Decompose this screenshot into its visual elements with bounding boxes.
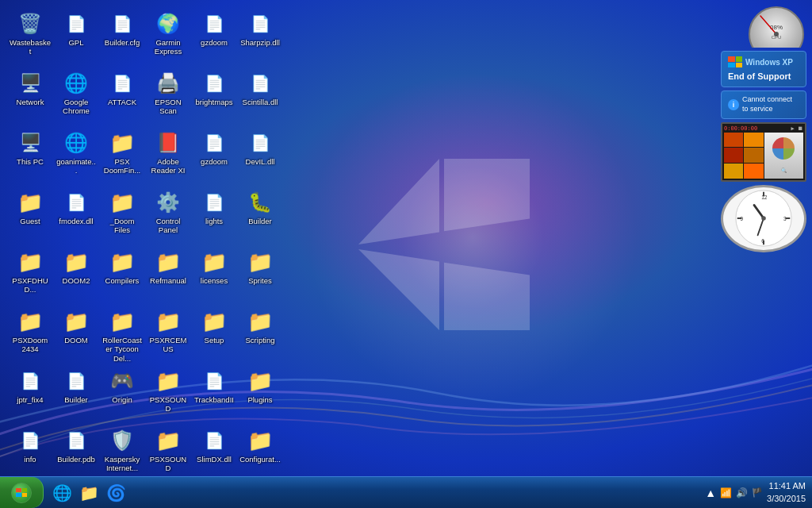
system-tray: ▲ 📶 🔊 🏴 11:41 AM 3/30/2015 xyxy=(699,480,812,505)
app-icon: 🎮 xyxy=(110,370,134,392)
desktop-icon-guest[interactable]: 📁 Guest xyxy=(8,187,52,246)
desktop-icon-info[interactable]: 📄 info xyxy=(8,425,52,484)
folder-icon: 📁 xyxy=(17,252,43,272)
tray-network-icon[interactable]: 📶 xyxy=(720,487,732,498)
desktop-icon-origin[interactable]: 🎮 Origin xyxy=(100,365,144,425)
icon-label-scintilla: Scintilla.dll xyxy=(243,98,278,106)
desktop-icon-epson[interactable]: 🖨️ EPSON Scan xyxy=(146,67,190,127)
desktop-icon-builder-cfg[interactable]: 📄 Builder.cfg xyxy=(100,8,144,67)
cannot-connect-text: Cannot connect to service xyxy=(742,95,799,114)
desktop-icon-psxsound[interactable]: 📁 PSXSOUND xyxy=(146,365,190,425)
tray-arrow-icon[interactable]: ▲ xyxy=(705,487,716,499)
desktop-icon-configurat[interactable]: 📁 Configurat... xyxy=(238,425,282,484)
svg-text:9: 9 xyxy=(740,216,743,221)
desktop-icon-psxfdhud[interactable]: 📁 PSXFDHUD... xyxy=(8,246,52,306)
desktop-icon-chrome[interactable]: 🌐 Google Chrome xyxy=(54,67,98,127)
taskbar-chrome-icon[interactable]: 🌀 xyxy=(104,481,128,505)
app-icon: 🌍 xyxy=(156,13,180,35)
icon-label-psxdoomfin: PSX DoomFin... xyxy=(102,157,143,175)
start-button[interactable] xyxy=(0,477,44,508)
desktop-icon-controlpanel[interactable]: ⚙️ Control Panel xyxy=(146,187,190,246)
icon-label-gzdoom: gzdoom xyxy=(201,38,228,47)
desktop-icon-psxrcemus[interactable]: 📁 PSXRCEMUS xyxy=(146,306,190,365)
tray-action-center-icon[interactable]: 🏴 xyxy=(752,487,763,498)
desktop-icon-builderpdb[interactable]: 📄 Builder.pdb xyxy=(54,425,98,484)
desktop-icon-plugins[interactable]: 📁 Plugins xyxy=(238,365,282,425)
desktop-icon-licenses[interactable]: 📁 licenses xyxy=(192,246,236,306)
folder-icon: 📁 xyxy=(17,311,43,332)
icon-label-setup: Setup xyxy=(205,336,224,344)
right-widgets-panel: 08% CPU Windows XP End of Support i Cann… xyxy=(721,4,808,252)
file-icon: 📄 xyxy=(205,14,224,33)
desktop-icon-garmin[interactable]: 🌍 Garmin Express xyxy=(146,8,190,67)
app-icon: ⚙️ xyxy=(156,191,180,214)
windows-flag-icon xyxy=(728,56,742,67)
desktop-icon-network[interactable]: 🖥️ Network xyxy=(8,67,52,127)
file-icon: 📄 xyxy=(251,133,270,152)
desktop-icon-builder2[interactable]: 📄 Builder xyxy=(54,365,98,425)
desktop-icon-jptr_fix4[interactable]: 📄 jptr_fix4 xyxy=(8,365,52,425)
desktop-icon-rollercoaster[interactable]: 📁 RollerCoaster Tycoon Del... xyxy=(100,306,144,365)
photo-thumbnail xyxy=(772,137,795,160)
icon-label-adobe: Adobe Reader XI xyxy=(147,157,189,175)
folder-icon: 📁 xyxy=(247,311,273,332)
desktop-icon-trackbandll[interactable]: 📄 TrackbandII xyxy=(192,365,236,425)
desktop-icon-scripting[interactable]: 📁 Scripting xyxy=(238,306,282,365)
desktop-icon-lights[interactable]: 📄 lights xyxy=(192,187,236,246)
desktop-icon-thispc[interactable]: 🖥️ This PC xyxy=(8,127,52,187)
desktop-icon-compilers[interactable]: 📁 Compilers xyxy=(100,246,144,306)
desktop-icon-psxdoom[interactable]: 📁 PSXDoom 2434 xyxy=(8,306,52,365)
desktop-icon-psxdoomfin[interactable]: 📁 PSX DoomFin... xyxy=(100,127,144,187)
icon-label-rollercoaster: RollerCoaster Tycoon Del... xyxy=(102,336,143,363)
desktop-icon-goanimate[interactable]: 🌐 goanimate... xyxy=(54,127,98,187)
icon-label-origin: Origin xyxy=(112,395,132,404)
media-widget[interactable]: 0:00:00:00 ▶ ⏹ 🔍 xyxy=(721,122,806,182)
file-icon: 📄 xyxy=(113,74,132,93)
icon-label-network: Network xyxy=(17,98,44,106)
desktop-icon-slimdx[interactable]: 📄 SlimDX.dll xyxy=(192,425,236,484)
desktop-icon-fmodex[interactable]: 📄 fmodex.dll xyxy=(54,187,98,246)
desktop-icon-gzdoom2[interactable]: 📄 gzdoom xyxy=(192,127,236,187)
desktop-icon-doomfiles[interactable]: 📁 _Doom Files xyxy=(100,187,144,246)
windows-eos-widget[interactable]: Windows XP End of Support xyxy=(721,51,806,87)
taskbar-ie-icon[interactable]: 🌐 xyxy=(50,481,74,505)
file-icon: 📄 xyxy=(67,14,86,33)
file-icon: 📄 xyxy=(205,371,224,391)
desktop-icon-gpl[interactable]: 📄 GPL xyxy=(54,8,98,67)
icon-label-builderpdb: Builder.pdb xyxy=(57,455,95,464)
desktop-icon-psxsound2[interactable]: 📁 PSXSOUND xyxy=(146,425,190,484)
desktop-icon-gzdoom[interactable]: 📄 gzdoom xyxy=(192,8,236,67)
icon-label-controlpanel: Control Panel xyxy=(147,217,189,235)
folder-icon: 📁 xyxy=(109,311,135,332)
folder-icon: 📁 xyxy=(155,371,181,391)
desktop-icon-doom[interactable]: 📁 DOOM xyxy=(54,306,98,365)
icon-label-configurat: Configurat... xyxy=(239,455,281,464)
desktop-icon-scintilla[interactable]: 📄 Scintilla.dll xyxy=(238,67,282,127)
desktop-icon-devil[interactable]: 📄 DevIL.dll xyxy=(238,127,282,187)
taskbar-clock[interactable]: 11:41 AM 3/30/2015 xyxy=(767,480,806,505)
desktop-icon-builder[interactable]: 🐛 Builder xyxy=(238,187,282,246)
desktop-icon-refmanual[interactable]: 📁 Refmanual xyxy=(146,246,190,306)
clock-face-svg: 12 3 6 9 xyxy=(734,189,793,248)
folder-icon: 📁 xyxy=(247,252,273,272)
desktop-icon-attack[interactable]: 📄 ATTACK xyxy=(100,67,144,127)
desktop-icon-sprites[interactable]: 📁 Sprites xyxy=(238,246,282,306)
desktop-icon-setup[interactable]: 📁 Setup xyxy=(192,306,236,365)
desktop-icon-sharpzip[interactable]: 📄 Sharpzip.dll xyxy=(238,8,282,67)
file-icon: 📄 xyxy=(205,193,224,212)
svg-point-16 xyxy=(761,216,766,221)
taskbar-explorer-icon[interactable]: 📁 xyxy=(77,481,101,505)
folder-icon: 📁 xyxy=(201,311,227,332)
tray-volume-icon[interactable]: 🔊 xyxy=(736,487,748,498)
clock-widget: 12 3 6 9 xyxy=(721,185,806,252)
svg-text:6: 6 xyxy=(761,238,764,244)
cannot-connect-widget[interactable]: i Cannot connect to service xyxy=(721,90,806,118)
desktop-icon-adobe[interactable]: 📕 Adobe Reader XI xyxy=(146,127,190,187)
desktop-icon-doom2[interactable]: 📁 DOOM2 xyxy=(54,246,98,306)
windows-xp-label: Windows XP xyxy=(745,58,793,67)
desktop-icon-wastebasket[interactable]: 🗑️ Wastebasket xyxy=(8,8,52,67)
desktop-icon-brightmaps[interactable]: 📄 brightmaps xyxy=(192,67,236,127)
app-icon: 🛡️ xyxy=(110,429,134,452)
icon-label-goanimate: goanimate... xyxy=(56,157,97,175)
desktop-icon-kaspersky[interactable]: 🛡️ Kaspersky Internet... xyxy=(100,425,144,484)
